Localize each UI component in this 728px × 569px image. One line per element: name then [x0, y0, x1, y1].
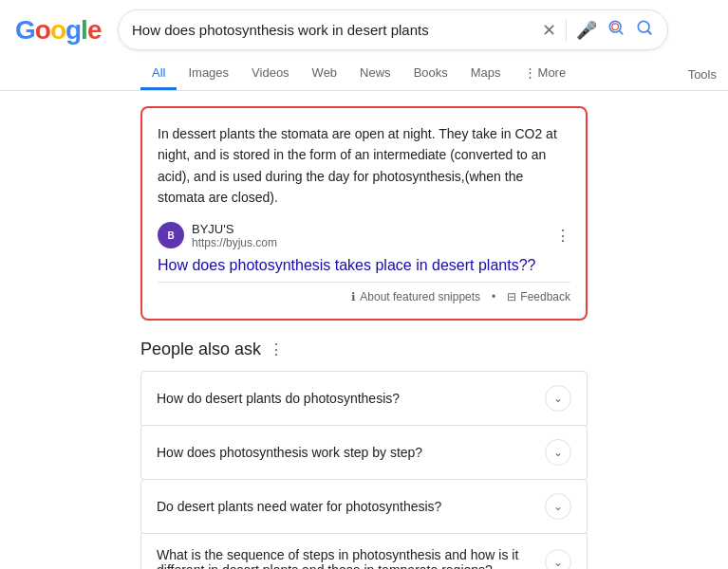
- nav-tabs: All Images Videos Web News Books Maps ⋮ …: [0, 50, 728, 91]
- paa-item-3[interactable]: Do desert plants need water for photosyn…: [140, 479, 588, 534]
- search-bar: ✕ 🎤: [118, 9, 668, 50]
- paa-question-3: Do desert plants need water for photosyn…: [157, 499, 545, 514]
- logo-letter-e: e: [87, 15, 102, 45]
- logo-letter-o2: o: [50, 15, 65, 45]
- search-input[interactable]: [132, 22, 534, 38]
- paa-chevron-4[interactable]: ⌄: [545, 549, 571, 569]
- paa-chevron-3[interactable]: ⌄: [545, 493, 571, 520]
- tab-books[interactable]: Books: [402, 58, 459, 90]
- tab-more-label: More: [538, 65, 567, 80]
- header: Google ✕ 🎤: [0, 0, 728, 50]
- paa-chevron-1[interactable]: ⌄: [545, 385, 571, 412]
- svg-point-1: [612, 24, 619, 30]
- paa-question-4: What is the sequence of steps in photosy…: [157, 547, 545, 569]
- paa-question-1: How do desert plants do photosynthesis?: [157, 391, 545, 406]
- lens-icon[interactable]: [607, 18, 625, 42]
- snippet-link[interactable]: How does photosynthesis takes place in d…: [158, 257, 570, 274]
- source-url: https://byjus.com: [192, 236, 277, 249]
- paa-menu-dots[interactable]: ⋮: [269, 340, 284, 358]
- clear-icon[interactable]: ✕: [542, 20, 556, 41]
- source-menu-dots[interactable]: ⋮: [555, 227, 570, 245]
- tab-maps[interactable]: Maps: [459, 58, 513, 90]
- google-logo[interactable]: Google: [15, 15, 103, 46]
- search-button-icon[interactable]: [635, 18, 654, 42]
- svg-point-0: [609, 21, 621, 32]
- paa-header: People also ask ⋮: [140, 340, 588, 359]
- tab-news[interactable]: News: [348, 58, 402, 90]
- people-also-ask-section: People also ask ⋮ How do desert plants d…: [140, 340, 588, 569]
- about-featured-snippets[interactable]: ℹ About featured snippets: [351, 290, 480, 303]
- footer-dot-separator: •: [492, 290, 495, 303]
- tab-videos[interactable]: Videos: [240, 58, 301, 90]
- paa-question-2: How does photosynthesis work step by ste…: [157, 445, 545, 460]
- tab-images[interactable]: Images: [177, 58, 240, 90]
- snippet-text: In dessert plants the stomata are open a…: [158, 123, 570, 209]
- search-bar-container: ✕ 🎤: [118, 9, 668, 50]
- more-dots-icon: ⋮: [524, 65, 536, 80]
- paa-item-2[interactable]: How does photosynthesis work step by ste…: [140, 425, 588, 480]
- snippet-footer: ℹ About featured snippets • ⊟ Feedback: [158, 282, 570, 303]
- logo-letter-g: G: [15, 15, 35, 45]
- paa-item-1[interactable]: How do desert plants do photosynthesis? …: [140, 371, 588, 426]
- logo-letter-l: l: [81, 15, 87, 45]
- logo-letter-g2: g: [65, 15, 81, 45]
- snippet-feedback-button[interactable]: ⊟ Feedback: [507, 290, 570, 303]
- about-snippets-label: About featured snippets: [360, 290, 480, 303]
- snippet-source-row: B BYJU'S https://byjus.com ⋮: [158, 222, 570, 249]
- info-icon: ℹ: [351, 290, 356, 303]
- tab-all[interactable]: All: [140, 58, 177, 90]
- microphone-icon[interactable]: 🎤: [576, 20, 597, 41]
- source-favicon-letter: B: [167, 230, 174, 241]
- feedback-icon: ⊟: [507, 290, 516, 303]
- source-favicon: B: [158, 222, 184, 248]
- source-name: BYJU'S: [192, 222, 277, 236]
- snippet-feedback-label: Feedback: [520, 290, 570, 303]
- main-content: In dessert plants the stomata are open a…: [0, 91, 728, 569]
- source-info: BYJU'S https://byjus.com: [192, 222, 277, 249]
- search-icons: ✕ 🎤: [542, 18, 654, 42]
- paa-list: How do desert plants do photosynthesis? …: [140, 371, 588, 569]
- featured-snippet: In dessert plants the stomata are open a…: [140, 106, 588, 321]
- paa-chevron-2[interactable]: ⌄: [545, 439, 571, 466]
- paa-title: People also ask: [140, 340, 261, 359]
- tab-more[interactable]: ⋮ More: [513, 58, 578, 90]
- paa-item-4[interactable]: What is the sequence of steps in photosy…: [140, 533, 588, 569]
- divider: [566, 19, 567, 42]
- logo-letter-o1: o: [35, 15, 50, 45]
- tools-button[interactable]: Tools: [677, 60, 728, 89]
- tab-web[interactable]: Web: [301, 58, 349, 90]
